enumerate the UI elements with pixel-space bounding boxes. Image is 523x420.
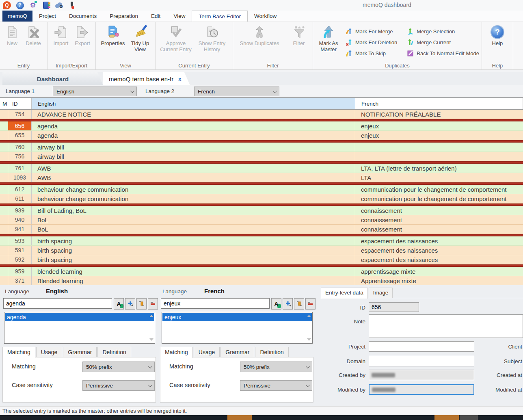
table-row-selected[interactable]: 656agendaenjeux [0,121,523,131]
menu-memoq-tab[interactable]: memoQ [2,11,32,22]
table-row[interactable]: 761AWBLTA, LTA (lettre de transport aéri… [0,164,523,173]
term-base-table: M ID English French 754ADVANCE NOTICENOT… [0,97,523,285]
funnel-icon [292,25,306,39]
table-row[interactable]: 1093AWBLTA [0,173,523,182]
tab-entry-level-data[interactable]: Entry-level data [321,288,368,299]
dictation-mic-icon[interactable] [67,1,76,10]
server-cloud-icon[interactable]: ⚙ [54,1,63,10]
menu-edit[interactable]: Edit [145,11,167,22]
table-row[interactable]: 611behaviour change communicationcommuni… [0,194,523,204]
menu-preparation[interactable]: Preparation [103,11,145,22]
tab-grammar[interactable]: Grammar [63,347,97,357]
tab-termbase[interactable]: memoQ term base en-fr x [103,72,190,85]
term-list-french[interactable]: enjeux [162,312,313,344]
table-row[interactable]: 756airway bill [0,152,523,161]
properties-button[interactable]: Properties [98,24,128,47]
taskbar-app-segment[interactable] [460,415,478,420]
language1-select[interactable]: English [53,87,137,96]
scroll-down-icon[interactable] [307,338,311,341]
table-row[interactable]: 591birth spacingespacement des naissance… [0,246,523,255]
table-row[interactable]: 592birth spacingespacement des naissance… [0,255,523,264]
edit-term-button[interactable] [294,298,304,310]
mark-as-master-button[interactable]: Mark As Master [316,24,341,53]
merge-current-button[interactable]: Merge Current [407,38,479,47]
scroll-up-icon[interactable] [149,315,153,317]
header-english-column[interactable]: English [32,98,355,109]
term-list-item-selected[interactable]: agenda [5,313,154,321]
table-row[interactable]: 760airway bill [0,143,523,152]
status-bar: The selected entry is marked as the mast… [0,406,523,415]
table-row[interactable]: 959blended learningapprentissage mixte [0,267,523,276]
table-row[interactable]: 941BoLconnaissement [0,225,523,234]
header-french-column[interactable]: French [355,98,523,109]
menu-project[interactable]: Project [32,11,63,22]
tab-definition[interactable]: Definition [255,347,288,357]
term-input-french[interactable] [161,298,270,309]
language2-select[interactable]: French [194,87,279,96]
ribbon-group-view: Properties Tidy Up View View [96,22,156,69]
bottom-editor-panel: Language English A agenda Matching Usage… [0,285,523,406]
editor-language-name: French [159,288,270,294]
back-to-normal-edit-mode-button[interactable]: Back To Normal Edit Mode [407,49,479,58]
table-row[interactable]: 371Blended learningApprentissage mixte [0,276,523,285]
case-sensitivity-select[interactable]: Permissive [240,380,312,391]
mark-for-merge-button[interactable]: Mark For Merge [346,27,397,36]
header-master-column[interactable]: M [0,98,8,109]
table-row[interactable]: 593birth spacingespacement des naissance… [0,236,523,246]
options-gear-icon[interactable]: ⚙ [28,1,37,10]
created-by-label: Created by [320,372,365,378]
tab-matching[interactable]: Matching [2,347,35,358]
table-row[interactable]: 754ADVANCE NOTICENOTIFICATION PRÉALABLE [0,110,523,119]
note-label: Note [320,318,365,325]
table-row[interactable]: 940BoLconnaissement [0,215,523,225]
merge-selection-button[interactable]: Merge Selection [407,27,479,36]
table-row[interactable]: 612behaviour change communicationcommuni… [0,185,523,194]
taskbar-app-segment[interactable] [227,415,252,420]
tab-matching[interactable]: Matching [160,347,193,358]
menu-workflow[interactable]: Workflow [248,11,283,22]
tab-usage[interactable]: Usage [194,347,220,357]
modified-by-field[interactable] [369,384,474,395]
memoq-logo-icon[interactable]: Q [2,1,11,10]
help-icon[interactable]: ? [15,1,24,10]
tab-usage[interactable]: Usage [36,347,62,357]
term-case-button[interactable]: A [271,298,281,310]
mark-to-skip-button[interactable]: Mark To Skip [346,49,397,58]
scroll-down-icon[interactable] [149,338,153,341]
tab-image[interactable]: Image [369,288,393,298]
scroll-up-icon[interactable] [307,315,311,317]
properties-icon [106,25,120,39]
menu-view[interactable]: View [167,11,192,22]
filter-button: Filter [287,24,310,47]
remove-term-button[interactable] [305,298,316,310]
add-term-button[interactable] [283,298,293,310]
case-sensitivity-select[interactable]: Permissive [82,380,155,391]
add-term-button[interactable] [125,298,135,310]
taskbar-app-segment[interactable] [434,415,459,420]
menu-documents[interactable]: Documents [63,11,103,22]
table-row[interactable]: 939Bill of Lading, BoLconnaissement [0,206,523,215]
table-row[interactable]: 655agendaenjeux [0,131,523,140]
domain-field[interactable] [369,356,474,366]
project-field[interactable] [369,341,474,352]
term-list-item-selected[interactable]: enjeux [162,313,312,321]
help-button[interactable]: ? Help [487,24,508,47]
close-tab-icon[interactable]: x [178,76,181,82]
matching-select[interactable]: 50% prefix [240,362,312,372]
tab-dashboard[interactable]: Dashboard [2,72,103,85]
header-id-column[interactable]: ID [8,98,32,109]
term-input-english[interactable] [3,298,112,309]
term-list-english[interactable]: agenda [4,312,155,344]
note-field[interactable] [369,314,523,338]
tab-definition[interactable]: Definition [97,347,131,357]
edit-term-button[interactable] [136,298,147,310]
tidy-up-view-button[interactable]: Tidy Up View [128,24,153,53]
term-case-button[interactable]: A [114,298,124,310]
tab-grammar[interactable]: Grammar [220,347,254,357]
menu-term-base-editor[interactable]: Term Base Editor [192,11,248,22]
resource-console-icon[interactable] [41,1,50,10]
merge-current-icon [407,39,414,46]
remove-term-button[interactable] [148,298,158,310]
mark-for-deletion-button[interactable]: Mark For Deletion [346,38,397,47]
matching-select[interactable]: 50% prefix [82,362,155,372]
